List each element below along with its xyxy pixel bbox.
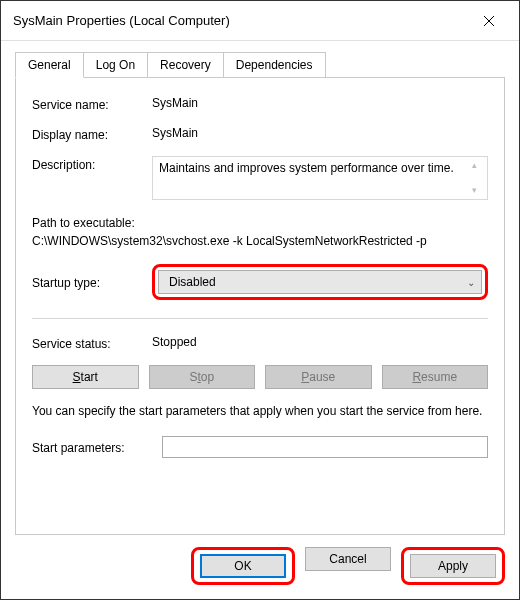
value-path: C:\WINDOWS\system32\svchost.exe -k Local… bbox=[32, 232, 488, 250]
description-box: Maintains and improves system performanc… bbox=[152, 156, 488, 200]
tab-recovery[interactable]: Recovery bbox=[147, 52, 224, 78]
label-start-parameters: Start parameters: bbox=[32, 439, 162, 455]
scroll-down-icon: ▾ bbox=[472, 186, 477, 195]
startup-type-value: Disabled bbox=[169, 275, 216, 289]
cancel-button[interactable]: Cancel bbox=[305, 547, 391, 571]
start-parameters-input[interactable] bbox=[162, 436, 488, 458]
divider bbox=[32, 318, 488, 319]
description-scrollbar[interactable]: ▴ ▾ bbox=[467, 161, 481, 195]
apply-button[interactable]: Apply bbox=[410, 554, 496, 578]
label-display-name: Display name: bbox=[32, 126, 152, 142]
tab-panel-general: Service name: SysMain Display name: SysM… bbox=[15, 77, 505, 535]
pause-button: Pause bbox=[265, 365, 372, 389]
scroll-up-icon: ▴ bbox=[472, 161, 477, 170]
client-area: General Log On Recovery Dependencies Ser… bbox=[1, 41, 519, 599]
close-icon bbox=[483, 15, 495, 27]
startup-type-select[interactable]: Disabled ⌄ bbox=[158, 270, 482, 294]
stop-button: Stop bbox=[149, 365, 256, 389]
tab-dependencies[interactable]: Dependencies bbox=[223, 52, 326, 78]
close-button[interactable] bbox=[469, 7, 509, 35]
value-service-name: SysMain bbox=[152, 96, 488, 110]
ok-button[interactable]: OK bbox=[200, 554, 286, 578]
dialog-footer: OK Cancel Apply bbox=[15, 535, 505, 599]
highlight-ok: OK bbox=[191, 547, 295, 585]
highlight-apply: Apply bbox=[401, 547, 505, 585]
label-description: Description: bbox=[32, 156, 152, 172]
tab-logon[interactable]: Log On bbox=[83, 52, 148, 78]
label-service-name: Service name: bbox=[32, 96, 152, 112]
start-params-note: You can specify the start parameters tha… bbox=[32, 403, 488, 420]
highlight-startup-type: Disabled ⌄ bbox=[152, 264, 488, 300]
start-button[interactable]: Start bbox=[32, 365, 139, 389]
titlebar: SysMain Properties (Local Computer) bbox=[1, 1, 519, 41]
label-path: Path to executable: bbox=[32, 214, 488, 232]
window-title: SysMain Properties (Local Computer) bbox=[13, 13, 230, 28]
chevron-down-icon: ⌄ bbox=[467, 277, 475, 288]
value-description: Maintains and improves system performanc… bbox=[159, 161, 467, 195]
tab-general[interactable]: General bbox=[15, 52, 84, 78]
label-service-status: Service status: bbox=[32, 335, 152, 351]
tabstrip: General Log On Recovery Dependencies bbox=[15, 51, 505, 77]
value-display-name: SysMain bbox=[152, 126, 488, 140]
label-startup-type: Startup type: bbox=[32, 274, 152, 290]
resume-button: Resume bbox=[382, 365, 489, 389]
value-service-status: Stopped bbox=[152, 335, 488, 349]
